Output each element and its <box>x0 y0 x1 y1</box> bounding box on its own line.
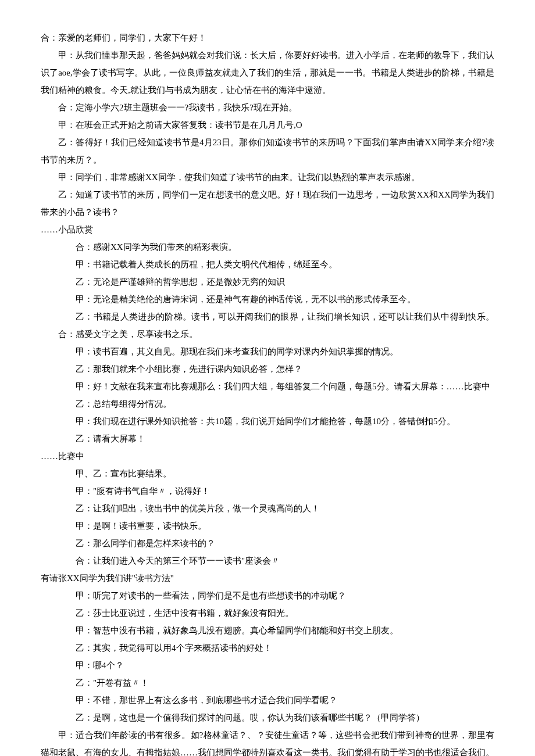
paragraph: 甲：好！文献在我来宣布比赛规那么：我们四大组，每组答复二个问题，每题5分。请看大… <box>41 378 494 395</box>
paragraph: 乙：莎士比亚说过，生活中没有书籍，就好象没有阳光。 <box>41 604 494 622</box>
paragraph: 甲：适合我们年龄读的书有很多。如?格林童话？、？安徒生童话？等，这些书会把我们带… <box>41 726 494 756</box>
paragraph: 合：定海小学六2班主题班会一一?我读书，我快乐?现在开始。 <box>41 99 494 116</box>
paragraph: 有请张XX同学为我们讲"读书方法" <box>41 569 494 587</box>
paragraph: 甲："腹有诗书气自华〃，说得好！ <box>41 482 494 500</box>
paragraph: 甲：不错，那世界上有这么多书，到底哪些书才适合我们同学看呢？ <box>41 691 494 709</box>
paragraph: 乙：答得好！我们已经知道读书节是4月23日。那你们知道读书节的来历吗？下面我们掌… <box>41 134 494 169</box>
paragraph: 乙：其实，我觉得可以用4个字来概括读书的好处！ <box>41 639 494 657</box>
paragraph: 甲：从我们懂事那天起，爸爸妈妈就会对我们说：长大后，你要好好读书。进入小学后，在… <box>41 46 494 99</box>
paragraph: 甲、乙：宣布比赛结果。 <box>41 465 494 482</box>
paragraph: 甲：书籍记载着人类成长的历程，把人类文明代代相传，绵延至今。 <box>41 256 494 273</box>
paragraph: 合：感谢XX同学为我们带来的精彩表演。 <box>41 238 494 256</box>
paragraph: ……小品欣赏 <box>41 221 494 238</box>
paragraph: 甲：同学们，非常感谢XX同学，使我们知道了读书节的由来。让我们以热烈的掌声表示感… <box>41 169 494 186</box>
paragraph: 甲：在班会正式开始之前请大家答复我：读书节是在几月几号,O <box>41 116 494 134</box>
paragraph: 甲：哪4个？ <box>41 657 494 674</box>
paragraph: 甲：无论是精美绝伦的唐诗宋词，还是神气有趣的神话传说，无不以书的形式传承至今。 <box>41 291 494 308</box>
paragraph: 甲：是啊！读书重要，读书快乐。 <box>41 517 494 535</box>
paragraph: 乙：让我们唱出，读出书中的优美片段，做一个灵魂高尚的人！ <box>41 500 494 517</box>
paragraph: 乙：那么同学们都是怎样来读书的？ <box>41 535 494 552</box>
paragraph: 合：亲爱的老师们，同学们，大家下午好！ <box>41 29 494 46</box>
paragraph: 甲：我们现在进行课外知识抢答：共10题，我们说开始同学们才能抢答，每题10分，答… <box>41 413 494 430</box>
paragraph: 甲：听完了对读书的一些看法，同学们是不是也有些想读书的冲动呢？ <box>41 587 494 604</box>
paragraph: 乙：请看大屏幕！ <box>41 430 494 447</box>
paragraph: 乙："开卷有益〃！ <box>41 674 494 691</box>
paragraph: 合：让我们进入今天的第三个环节一一读书"座谈会〃 <box>41 552 494 569</box>
paragraph: 甲：读书百遍，其义自见。那现在我们来考查我们的同学对课内外知识掌握的情况。 <box>41 343 494 360</box>
paragraph: 乙：知道了读书节的来历，同学们一定在想读书的意义吧。好！现在我们一边思考，一边欣… <box>41 186 494 221</box>
document-body: 合：亲爱的老师们，同学们，大家下午好！甲：从我们懂事那天起，爸爸妈妈就会对我们说… <box>41 29 494 756</box>
paragraph: 甲：智慧中没有书籍，就好象鸟儿没有翅膀。真心希望同学们都能和好书交上朋友。 <box>41 622 494 639</box>
paragraph: 乙：书籍是人类进步的阶梯。读书，可以开阔我们的眼界，让我们增长知识，还可以让我们… <box>41 308 494 343</box>
paragraph: 乙：是啊，这也是一个值得我们探讨的问题。哎，你认为我们该看哪些书呢？（甲同学答） <box>41 709 494 726</box>
paragraph: 乙：总结每组得分情况。 <box>41 395 494 413</box>
paragraph: ……比赛中 <box>41 447 494 465</box>
paragraph: 乙：无论是严谨雄辩的哲学思想，还是微妙无穷的知识 <box>41 273 494 291</box>
paragraph: 乙：那我们就来个小组比赛，先进行课内知识必答，怎样？ <box>41 360 494 378</box>
